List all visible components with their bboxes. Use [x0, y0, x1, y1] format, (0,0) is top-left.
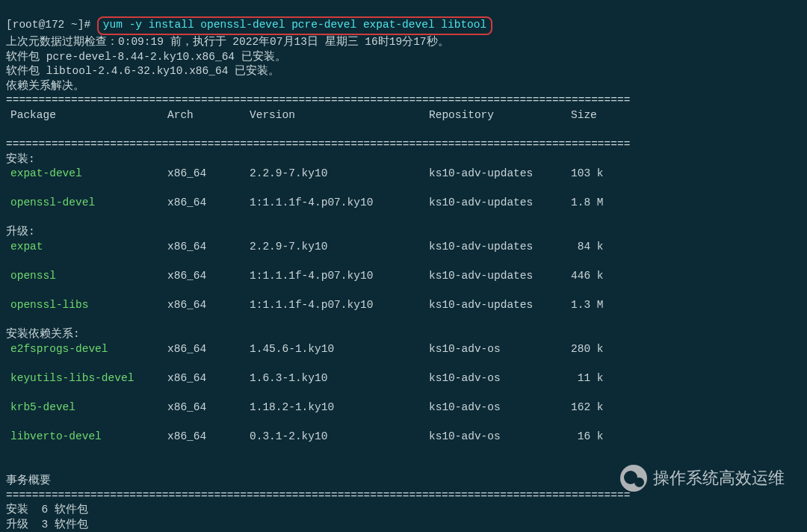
package-repo: ks10-adv-updates — [429, 167, 571, 182]
package-name: expat — [6, 240, 167, 255]
col-repository: Repository — [429, 108, 571, 123]
package-version: 1:1.1.1f-4.p07.ky10 — [250, 269, 429, 284]
package-arch: x86_64 — [167, 371, 250, 386]
package-size: 1.3 M — [571, 298, 623, 313]
package-size: 162 k — [571, 400, 623, 415]
command-highlight-box: yum -y install openssl-devel pcre-devel … — [97, 16, 492, 36]
output-line: 软件包 pcre-devel-8.44-2.ky10.x86_64 已安装。 — [6, 51, 286, 63]
package-arch: x86_64 — [167, 298, 250, 313]
package-arch: x86_64 — [167, 240, 250, 255]
shell-prompt: [root@172 ~]# — [6, 19, 90, 31]
table-header-row: PackageArchVersionRepositorySize — [6, 108, 801, 123]
package-size: 103 k — [571, 167, 623, 182]
col-size: Size — [571, 108, 623, 123]
package-arch: x86_64 — [167, 269, 250, 284]
package-name: e2fsprogs-devel — [6, 342, 167, 357]
package-version: 1.18.2-1.ky10 — [250, 400, 429, 415]
section-deps-label: 安装依赖关系: — [6, 328, 80, 340]
package-name: krb5-devel — [6, 400, 167, 415]
package-row: openssl-libsx86_641:1.1.1f-4.p07.ky10ks1… — [6, 298, 801, 313]
package-arch: x86_64 — [167, 430, 250, 445]
divider-line: ========================================… — [6, 489, 630, 501]
package-arch: x86_64 — [167, 196, 250, 211]
package-row: krb5-develx86_641.18.2-1.ky10ks10-adv-os… — [6, 400, 801, 415]
package-size: 84 k — [571, 240, 623, 255]
package-row: opensslx86_641:1.1.1f-4.p07.ky10ks10-adv… — [6, 269, 801, 284]
package-repo: ks10-adv-updates — [429, 240, 571, 255]
divider-line: ========================================… — [6, 94, 630, 106]
package-version: 1.6.3-1.ky10 — [250, 371, 429, 386]
col-arch: Arch — [167, 108, 250, 123]
package-repo: ks10-adv-os — [429, 400, 571, 415]
summary-line: 安装 6 软件包 — [6, 504, 88, 516]
package-repo: ks10-adv-os — [429, 342, 571, 357]
package-size: 446 k — [571, 269, 623, 284]
package-row: openssl-develx86_641:1.1.1f-4.p07.ky10ks… — [6, 196, 801, 211]
package-repo: ks10-adv-updates — [429, 196, 571, 211]
terminal-output[interactable]: [root@172 ~]# yum -y install openssl-dev… — [0, 0, 807, 532]
package-arch: x86_64 — [167, 167, 250, 182]
package-row: e2fsprogs-develx86_641.45.6-1.ky10ks10-a… — [6, 342, 801, 357]
package-name: openssl-devel — [6, 196, 167, 211]
package-repo: ks10-adv-updates — [429, 298, 571, 313]
package-name: libverto-devel — [6, 430, 167, 445]
package-name: keyutils-libs-devel — [6, 371, 167, 386]
output-line: 上次元数据过期检查：0:09:19 前，执行于 2022年07月13日 星期三 … — [6, 36, 449, 48]
package-version: 2.2.9-7.ky10 — [250, 240, 429, 255]
package-arch: x86_64 — [167, 342, 250, 357]
package-arch: x86_64 — [167, 400, 250, 415]
summary-line: 升级 3 软件包 — [6, 519, 88, 531]
col-package: Package — [6, 108, 167, 123]
package-name: expat-devel — [6, 167, 167, 182]
divider-line: ========================================… — [6, 138, 630, 150]
package-repo: ks10-adv-os — [429, 430, 571, 445]
package-row: libverto-develx86_640.3.1-2.ky10ks10-adv… — [6, 430, 801, 445]
package-repo: ks10-adv-updates — [429, 269, 571, 284]
section-upgrade-label: 升级: — [6, 226, 35, 238]
section-install-label: 安装: — [6, 153, 35, 165]
package-row: expat-develx86_642.2.9-7.ky10ks10-adv-up… — [6, 167, 801, 182]
col-version: Version — [250, 108, 429, 123]
package-size: 11 k — [571, 371, 623, 386]
package-repo: ks10-adv-os — [429, 371, 571, 386]
package-size: 1.8 M — [571, 196, 623, 211]
package-row: expatx86_642.2.9-7.ky10ks10-adv-updates … — [6, 240, 801, 255]
package-version: 1:1.1.1f-4.p07.ky10 — [250, 196, 429, 211]
yum-command: yum -y install openssl-devel pcre-devel … — [103, 19, 486, 31]
package-version: 1:1.1.1f-4.p07.ky10 — [250, 298, 429, 313]
transaction-summary-title: 事务概要 — [6, 474, 51, 486]
package-name: openssl — [6, 269, 167, 284]
package-version: 2.2.9-7.ky10 — [250, 167, 429, 182]
package-version: 0.3.1-2.ky10 — [250, 430, 429, 445]
output-line: 依赖关系解决。 — [6, 80, 84, 92]
package-size: 280 k — [571, 342, 623, 357]
package-name: openssl-libs — [6, 298, 167, 313]
package-size: 16 k — [571, 430, 623, 445]
package-version: 1.45.6-1.ky10 — [250, 342, 429, 357]
output-line: 软件包 libtool-2.4.6-32.ky10.x86_64 已安装。 — [6, 65, 279, 77]
package-row: keyutils-libs-develx86_641.6.3-1.ky10ks1… — [6, 371, 801, 386]
